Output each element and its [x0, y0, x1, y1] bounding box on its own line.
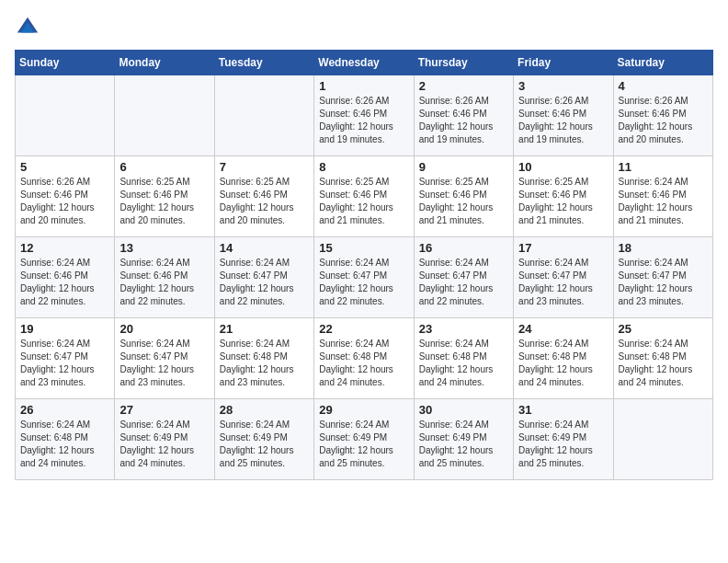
day-number: 17: [518, 241, 608, 255]
day-info: Sunrise: 6:24 AM Sunset: 6:48 PM Dayligh…: [518, 338, 608, 389]
day-number: 4: [619, 79, 708, 93]
day-info: Sunrise: 6:24 AM Sunset: 6:46 PM Dayligh…: [119, 257, 209, 308]
calendar-cell: 1Sunrise: 6:26 AM Sunset: 6:46 PM Daylig…: [314, 75, 414, 156]
day-info: Sunrise: 6:25 AM Sunset: 6:46 PM Dayligh…: [119, 176, 209, 227]
day-header-friday: Friday: [514, 51, 613, 75]
day-info: Sunrise: 6:24 AM Sunset: 6:48 PM Dayligh…: [20, 419, 109, 470]
day-info: Sunrise: 6:26 AM Sunset: 6:46 PM Dayligh…: [319, 95, 408, 146]
day-number: 23: [419, 322, 508, 336]
day-info: Sunrise: 6:24 AM Sunset: 6:49 PM Dayligh…: [319, 419, 408, 470]
day-header-saturday: Saturday: [613, 51, 712, 75]
day-number: 12: [20, 241, 109, 255]
calendar-week-5: 26Sunrise: 6:24 AM Sunset: 6:48 PM Dayli…: [16, 399, 713, 480]
calendar-cell: 10Sunrise: 6:25 AM Sunset: 6:46 PM Dayli…: [514, 156, 613, 237]
day-info: Sunrise: 6:25 AM Sunset: 6:46 PM Dayligh…: [419, 176, 508, 227]
calendar-week-1: 1Sunrise: 6:26 AM Sunset: 6:46 PM Daylig…: [16, 75, 713, 156]
day-number: 29: [319, 403, 408, 417]
calendar-cell: 17Sunrise: 6:24 AM Sunset: 6:47 PM Dayli…: [514, 237, 613, 318]
calendar-cell: 13Sunrise: 6:24 AM Sunset: 6:46 PM Dayli…: [115, 237, 214, 318]
day-number: 2: [419, 79, 508, 93]
day-number: 30: [419, 403, 508, 417]
day-info: Sunrise: 6:24 AM Sunset: 6:46 PM Dayligh…: [20, 257, 109, 308]
calendar-cell: 24Sunrise: 6:24 AM Sunset: 6:48 PM Dayli…: [514, 318, 613, 399]
calendar-cell: 18Sunrise: 6:24 AM Sunset: 6:47 PM Dayli…: [613, 237, 712, 318]
day-number: 20: [119, 322, 209, 336]
day-number: 21: [220, 322, 309, 336]
calendar-cell: 25Sunrise: 6:24 AM Sunset: 6:48 PM Dayli…: [613, 318, 712, 399]
calendar-cell: 23Sunrise: 6:24 AM Sunset: 6:48 PM Dayli…: [414, 318, 513, 399]
day-info: Sunrise: 6:25 AM Sunset: 6:46 PM Dayligh…: [220, 176, 309, 227]
calendar-cell: 22Sunrise: 6:24 AM Sunset: 6:48 PM Dayli…: [314, 318, 414, 399]
day-info: Sunrise: 6:26 AM Sunset: 6:46 PM Dayligh…: [518, 95, 608, 146]
calendar-cell: 27Sunrise: 6:24 AM Sunset: 6:49 PM Dayli…: [115, 399, 214, 480]
day-number: 19: [20, 322, 109, 336]
calendar-cell: 21Sunrise: 6:24 AM Sunset: 6:48 PM Dayli…: [214, 318, 313, 399]
day-number: 15: [319, 241, 408, 255]
day-header-monday: Monday: [115, 51, 214, 75]
day-number: 18: [619, 241, 708, 255]
day-info: Sunrise: 6:24 AM Sunset: 6:47 PM Dayligh…: [20, 338, 109, 389]
logo: [15, 15, 44, 40]
calendar-week-4: 19Sunrise: 6:24 AM Sunset: 6:47 PM Dayli…: [16, 318, 713, 399]
day-info: Sunrise: 6:24 AM Sunset: 6:47 PM Dayligh…: [319, 257, 408, 308]
day-number: 16: [419, 241, 508, 255]
day-number: 31: [518, 403, 608, 417]
calendar-cell: 30Sunrise: 6:24 AM Sunset: 6:49 PM Dayli…: [414, 399, 513, 480]
logo-icon: [15, 15, 40, 40]
calendar-cell: 15Sunrise: 6:24 AM Sunset: 6:47 PM Dayli…: [314, 237, 414, 318]
calendar-cell: 14Sunrise: 6:24 AM Sunset: 6:47 PM Dayli…: [214, 237, 313, 318]
days-header-row: SundayMondayTuesdayWednesdayThursdayFrid…: [16, 51, 713, 75]
calendar-week-3: 12Sunrise: 6:24 AM Sunset: 6:46 PM Dayli…: [16, 237, 713, 318]
calendar-cell: 9Sunrise: 6:25 AM Sunset: 6:46 PM Daylig…: [414, 156, 513, 237]
calendar-cell: 7Sunrise: 6:25 AM Sunset: 6:46 PM Daylig…: [214, 156, 313, 237]
calendar-cell: 8Sunrise: 6:25 AM Sunset: 6:46 PM Daylig…: [314, 156, 414, 237]
day-info: Sunrise: 6:24 AM Sunset: 6:47 PM Dayligh…: [220, 257, 309, 308]
day-info: Sunrise: 6:24 AM Sunset: 6:48 PM Dayligh…: [419, 338, 508, 389]
day-number: 11: [619, 160, 708, 174]
calendar-cell: [16, 75, 115, 156]
day-number: 28: [220, 403, 309, 417]
day-info: Sunrise: 6:24 AM Sunset: 6:46 PM Dayligh…: [619, 176, 708, 227]
calendar-cell: 5Sunrise: 6:26 AM Sunset: 6:46 PM Daylig…: [16, 156, 115, 237]
day-number: 8: [319, 160, 408, 174]
calendar-cell: 11Sunrise: 6:24 AM Sunset: 6:46 PM Dayli…: [613, 156, 712, 237]
calendar-cell: 28Sunrise: 6:24 AM Sunset: 6:49 PM Dayli…: [214, 399, 313, 480]
day-info: Sunrise: 6:24 AM Sunset: 6:48 PM Dayligh…: [319, 338, 408, 389]
calendar-cell: [214, 75, 313, 156]
day-info: Sunrise: 6:26 AM Sunset: 6:46 PM Dayligh…: [419, 95, 508, 146]
calendar-week-2: 5Sunrise: 6:26 AM Sunset: 6:46 PM Daylig…: [16, 156, 713, 237]
calendar-cell: 12Sunrise: 6:24 AM Sunset: 6:46 PM Dayli…: [16, 237, 115, 318]
day-info: Sunrise: 6:24 AM Sunset: 6:47 PM Dayligh…: [518, 257, 608, 308]
day-info: Sunrise: 6:24 AM Sunset: 6:48 PM Dayligh…: [619, 338, 708, 389]
day-info: Sunrise: 6:26 AM Sunset: 6:46 PM Dayligh…: [619, 95, 708, 146]
day-number: 10: [518, 160, 608, 174]
calendar-cell: 29Sunrise: 6:24 AM Sunset: 6:49 PM Dayli…: [314, 399, 414, 480]
calendar-cell: 3Sunrise: 6:26 AM Sunset: 6:46 PM Daylig…: [514, 75, 613, 156]
day-number: 5: [20, 160, 109, 174]
day-number: 7: [220, 160, 309, 174]
calendar-cell: 2Sunrise: 6:26 AM Sunset: 6:46 PM Daylig…: [414, 75, 513, 156]
day-number: 27: [119, 403, 209, 417]
day-number: 9: [419, 160, 508, 174]
day-info: Sunrise: 6:26 AM Sunset: 6:46 PM Dayligh…: [20, 176, 109, 227]
day-header-sunday: Sunday: [16, 51, 115, 75]
day-info: Sunrise: 6:24 AM Sunset: 6:48 PM Dayligh…: [220, 338, 309, 389]
calendar-cell: [115, 75, 214, 156]
day-number: 1: [319, 79, 408, 93]
calendar-cell: [613, 399, 712, 480]
page-header: [15, 15, 713, 40]
calendar-cell: 4Sunrise: 6:26 AM Sunset: 6:46 PM Daylig…: [613, 75, 712, 156]
calendar-cell: 19Sunrise: 6:24 AM Sunset: 6:47 PM Dayli…: [16, 318, 115, 399]
day-info: Sunrise: 6:25 AM Sunset: 6:46 PM Dayligh…: [518, 176, 608, 227]
day-info: Sunrise: 6:24 AM Sunset: 6:49 PM Dayligh…: [220, 419, 309, 470]
calendar-table: SundayMondayTuesdayWednesdayThursdayFrid…: [15, 50, 713, 480]
day-number: 3: [518, 79, 608, 93]
day-header-wednesday: Wednesday: [314, 51, 414, 75]
calendar-cell: 6Sunrise: 6:25 AM Sunset: 6:46 PM Daylig…: [115, 156, 214, 237]
calendar-cell: 31Sunrise: 6:24 AM Sunset: 6:49 PM Dayli…: [514, 399, 613, 480]
day-info: Sunrise: 6:25 AM Sunset: 6:46 PM Dayligh…: [319, 176, 408, 227]
day-number: 6: [119, 160, 209, 174]
day-number: 22: [319, 322, 408, 336]
day-number: 14: [220, 241, 309, 255]
calendar-cell: 16Sunrise: 6:24 AM Sunset: 6:47 PM Dayli…: [414, 237, 513, 318]
